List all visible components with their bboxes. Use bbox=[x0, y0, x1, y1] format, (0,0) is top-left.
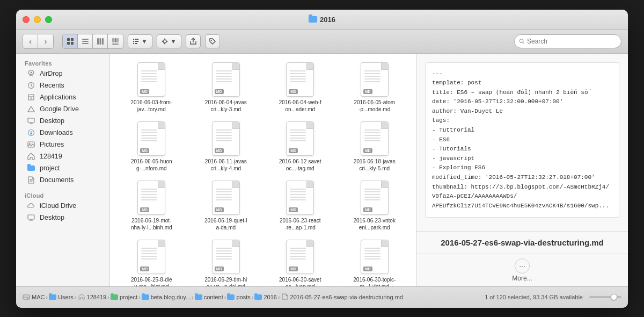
arrange-dropdown[interactable]: ▼ bbox=[128, 34, 152, 48]
file-line bbox=[141, 189, 157, 190]
main-content: Favorites AirDrop bbox=[16, 54, 628, 286]
file-item[interactable]: MD2016-06-30-topic-m...i-viet.md bbox=[339, 236, 411, 286]
file-item[interactable]: MD2016-06-12-savetoc...-tag.md bbox=[264, 118, 336, 175]
sidebar-item-downloads[interactable]: Downloads bbox=[18, 127, 107, 139]
file-item[interactable]: MD2016-06-29-tim-hieu-ve...n-dai.md bbox=[190, 236, 262, 286]
back-button[interactable]: ‹ bbox=[23, 34, 38, 48]
more-button[interactable]: ··· bbox=[515, 258, 530, 273]
file-item[interactable]: MD2016-06-05-huong-...nforo.md bbox=[115, 118, 188, 175]
file-name: 2016-06-05-huong-...nforo.md bbox=[130, 158, 173, 172]
file-line bbox=[141, 253, 157, 254]
traffic-lights bbox=[23, 16, 52, 23]
file-item[interactable]: MD2016-06-30-savetoc...luan.md bbox=[264, 236, 336, 286]
breadcrumb-item[interactable]: content bbox=[195, 294, 223, 300]
file-line bbox=[141, 194, 157, 195]
breadcrumb-separator: › bbox=[192, 294, 194, 300]
minimize-button[interactable] bbox=[34, 16, 41, 23]
search-box[interactable] bbox=[514, 34, 621, 48]
file-item[interactable]: MD2016-06-18-javascri...kly-5.md bbox=[339, 118, 411, 175]
svg-rect-17 bbox=[133, 41, 134, 42]
breadcrumb-item[interactable]: 128419 bbox=[78, 293, 107, 301]
close-button[interactable] bbox=[23, 16, 30, 23]
breadcrumb-item[interactable]: Users bbox=[49, 294, 74, 300]
file-name: 2016-06-30-topic-m...i-viet.md bbox=[353, 276, 396, 286]
file-item[interactable]: MD2016-06-04-javascri...kly-3.md bbox=[190, 59, 262, 116]
file-line bbox=[141, 78, 157, 80]
breadcrumb: MAC›Users›128419›project›beta.blog.duy..… bbox=[23, 293, 482, 301]
file-line bbox=[290, 248, 306, 249]
icon-view-button[interactable] bbox=[63, 34, 78, 48]
svg-rect-13 bbox=[112, 44, 119, 45]
md-badge: MD bbox=[215, 148, 224, 153]
search-input[interactable] bbox=[527, 38, 617, 45]
breadcrumb-item[interactable]: posts bbox=[227, 294, 250, 300]
view-buttons bbox=[62, 34, 123, 49]
share-button[interactable] bbox=[186, 34, 201, 48]
preview-panel: --- template: post title: ES6 – swap (ho… bbox=[416, 54, 628, 286]
file-line bbox=[364, 250, 380, 251]
breadcrumb-item[interactable]: 2016 bbox=[254, 294, 276, 300]
svg-point-27 bbox=[519, 39, 523, 42]
folder-icon bbox=[195, 294, 202, 300]
pictures-icon bbox=[27, 140, 35, 149]
file-item[interactable]: MD2016-06-23-react-re...ap-1.md bbox=[264, 177, 336, 234]
file-line bbox=[364, 81, 380, 82]
slider-track[interactable] bbox=[589, 296, 621, 298]
svg-rect-8 bbox=[99, 38, 101, 45]
file-line bbox=[290, 135, 306, 136]
breadcrumb-separator: › bbox=[107, 294, 109, 300]
file-line bbox=[290, 197, 306, 198]
file-line bbox=[364, 78, 380, 80]
file-line bbox=[141, 138, 157, 139]
file-name: 2016-06-25-8-dieu-rea...biet.md bbox=[130, 276, 173, 286]
tags-button[interactable] bbox=[205, 34, 220, 48]
list-view-button[interactable] bbox=[78, 34, 93, 48]
file-line bbox=[290, 138, 306, 139]
md-badge: MD bbox=[289, 148, 298, 153]
breadcrumb-item[interactable]: project bbox=[111, 294, 137, 300]
breadcrumb-item[interactable]: MAC bbox=[23, 293, 45, 301]
svg-rect-12 bbox=[116, 38, 119, 42]
file-item[interactable]: MD2016-06-03-from-jav...tory.md bbox=[115, 59, 188, 116]
file-line bbox=[216, 197, 232, 198]
column-view-button[interactable] bbox=[93, 34, 108, 48]
md-badge: MD bbox=[140, 207, 149, 212]
slider-thumb[interactable] bbox=[611, 294, 617, 300]
sidebar-item-pictures[interactable]: Pictures bbox=[18, 139, 107, 150]
maximize-button[interactable] bbox=[45, 16, 52, 23]
sidebar-item-airdrop[interactable]: AirDrop bbox=[18, 68, 107, 80]
breadcrumb-item[interactable]: beta.blog.duy... bbox=[142, 294, 191, 300]
sidebar-item-128419[interactable]: 128419 bbox=[18, 150, 107, 162]
svg-point-25 bbox=[166, 41, 167, 42]
file-item[interactable]: MD2016-06-11-javascri...kly-4.md bbox=[190, 118, 262, 175]
file-item[interactable]: MD2016-06-04-web-fon...ader.md bbox=[264, 59, 336, 116]
file-item[interactable]: MD2016-06-23-vntokeni...park.md bbox=[339, 177, 411, 234]
file-line bbox=[290, 253, 306, 254]
google-drive-label: Google Drive bbox=[40, 105, 79, 113]
sidebar-item-icloud-drive[interactable]: iCloud Drive bbox=[18, 200, 107, 212]
breadcrumb-separator: › bbox=[46, 294, 48, 300]
sidebar-item-applications[interactable]: Applications bbox=[18, 91, 107, 103]
file-line bbox=[216, 191, 232, 192]
sidebar-item-icloud-desktop[interactable]: Desktop bbox=[18, 212, 107, 224]
sidebar-item-project[interactable]: project bbox=[18, 162, 107, 174]
cover-flow-button[interactable] bbox=[108, 34, 123, 48]
file-item[interactable]: MD2016-06-05-atom-p...mode.md bbox=[339, 59, 411, 116]
file-line bbox=[364, 73, 380, 74]
forward-button[interactable]: › bbox=[38, 34, 53, 48]
file-item[interactable]: MD2016-06-19-mot-nha-ly-l...binh.md bbox=[115, 177, 188, 234]
file-line bbox=[364, 129, 380, 131]
sidebar-item-recents[interactable]: Recents bbox=[18, 80, 107, 91]
actions-dropdown[interactable]: ▼ bbox=[157, 34, 181, 48]
sidebar-item-google-drive[interactable]: Google Drive bbox=[18, 103, 107, 115]
md-file-icon: MD bbox=[286, 121, 314, 156]
file-item[interactable]: MD2016-06-25-8-dieu-rea...biet.md bbox=[115, 236, 188, 286]
zoom-slider[interactable] bbox=[589, 296, 621, 298]
sidebar-item-documents[interactable]: Documents bbox=[18, 174, 107, 186]
file-line bbox=[364, 70, 380, 71]
file-item[interactable]: MD2016-06-19-quet-la-da.md bbox=[190, 177, 262, 234]
file-name: 2016-06-05-atom-p...mode.md bbox=[353, 99, 396, 113]
file-line bbox=[290, 199, 306, 200]
breadcrumb-item[interactable]: 2016-05-27-es6-swap-via-destructuring.md bbox=[281, 293, 403, 301]
sidebar-item-desktop[interactable]: Desktop bbox=[18, 115, 107, 127]
